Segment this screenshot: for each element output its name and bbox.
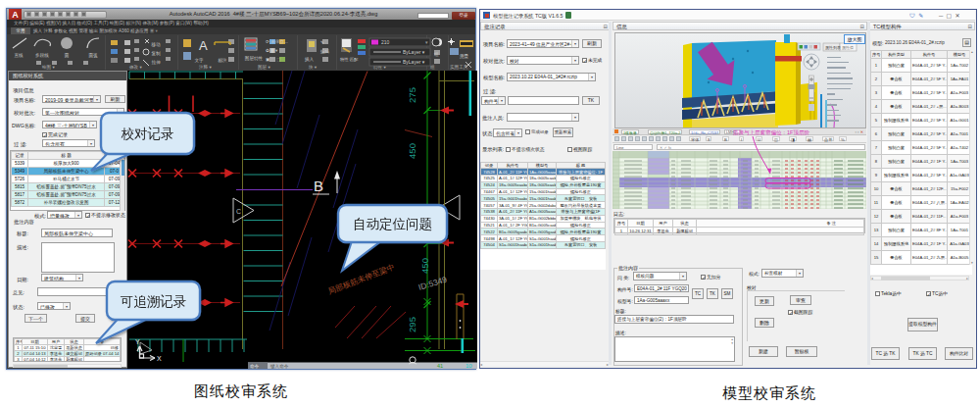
svg-text:可追溯记录: 可追溯记录 — [121, 294, 187, 309]
svg-text:搭接与上层窗帘偏位：1F顶层阶: 搭接与上层窗帘偏位：1F顶层阶 — [733, 129, 809, 136]
svg-text:自动定位问题: 自动定位问题 — [353, 217, 432, 231]
svg-text:校对记录: 校对记录 — [122, 127, 174, 141]
